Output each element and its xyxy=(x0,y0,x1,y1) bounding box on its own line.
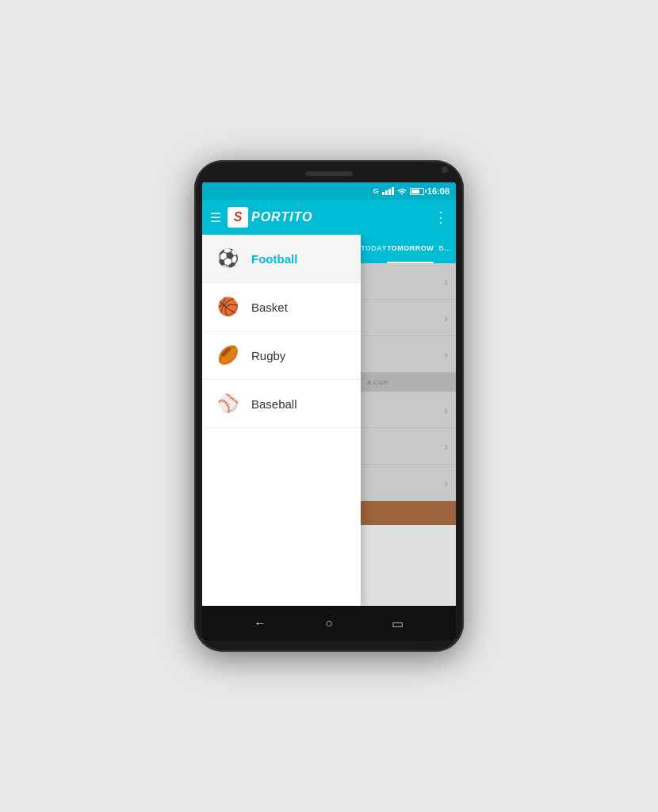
list-item[interactable]: › xyxy=(361,300,456,336)
navigation-drawer: ⚽ Football 🏀 Basket 🏉 Rugby ⚾ Baseball xyxy=(202,235,361,606)
section-label: A CUP xyxy=(367,379,388,386)
logo-icon xyxy=(228,207,248,228)
sidebar-item-rugby[interactable]: 🏉 Rugby xyxy=(202,331,361,380)
list-item[interactable]: › xyxy=(361,465,456,501)
tab-b[interactable]: B... xyxy=(434,235,456,263)
phone-camera xyxy=(442,167,448,173)
back-button[interactable]: ← xyxy=(244,607,276,639)
list-item[interactable]: › xyxy=(361,336,456,373)
tab-tomorrow[interactable]: TOMORROW xyxy=(387,235,434,263)
tabs-bar: TODAY TOMORROW B... xyxy=(361,235,456,263)
network-indicator: G xyxy=(373,187,379,195)
chevron-right-icon: › xyxy=(444,440,448,453)
football-icon: ⚽ xyxy=(215,246,240,271)
chevron-right-icon: › xyxy=(444,275,448,288)
tab-today[interactable]: TODAY xyxy=(361,235,387,263)
app-toolbar: ☰ PORTITO ⋮ xyxy=(202,200,456,235)
list-item[interactable]: › xyxy=(361,263,456,300)
home-button[interactable]: ○ xyxy=(313,607,345,639)
section-header: A CUP xyxy=(361,373,456,392)
sidebar-item-baseball[interactable]: ⚾ Baseball xyxy=(202,380,361,428)
app-title: PORTITO xyxy=(251,210,313,224)
list-item[interactable]: › xyxy=(361,392,456,428)
baseball-icon: ⚾ xyxy=(215,391,240,416)
chevron-right-icon: › xyxy=(444,477,448,489)
phone-screen: G 16:08 ☰ xyxy=(202,182,456,641)
main-content: TODAY TOMORROW B... › › › A xyxy=(361,235,456,606)
more-options-icon[interactable]: ⋮ xyxy=(434,209,448,226)
status-bar: G 16:08 xyxy=(202,182,456,200)
screen-content: ⚽ Football 🏀 Basket 🏉 Rugby ⚾ Baseball xyxy=(202,235,456,606)
basket-icon: 🏀 xyxy=(215,294,240,320)
sidebar-item-basket[interactable]: 🏀 Basket xyxy=(202,283,361,331)
phone-shell: G 16:08 ☰ xyxy=(194,160,464,652)
football-label: Football xyxy=(251,252,297,266)
rugby-icon: 🏉 xyxy=(215,343,240,368)
chevron-right-icon: › xyxy=(444,348,448,361)
baseball-label: Baseball xyxy=(251,397,297,411)
chevron-right-icon: › xyxy=(444,404,448,416)
hamburger-icon[interactable]: ☰ xyxy=(210,210,221,225)
app-logo: PORTITO xyxy=(228,207,313,228)
status-icons: G 16:08 xyxy=(373,186,450,196)
sidebar-item-football[interactable]: ⚽ Football xyxy=(202,235,361,283)
rugby-label: Rugby xyxy=(251,349,285,362)
recent-apps-button[interactable]: ▭ xyxy=(382,607,414,639)
chevron-right-icon: › xyxy=(444,312,448,324)
signal-bars xyxy=(382,187,394,195)
phone-speaker xyxy=(305,171,353,176)
wifi-icon xyxy=(397,187,407,195)
match-list: › › › A CUP › › xyxy=(361,263,456,501)
android-nav-bar: ← ○ ▭ xyxy=(202,606,456,641)
bottom-bar-accent xyxy=(361,501,456,525)
time-display: 16:08 xyxy=(427,186,450,196)
battery-icon xyxy=(410,188,424,195)
list-item[interactable]: › xyxy=(361,428,456,465)
basket-label: Basket xyxy=(251,301,288,314)
